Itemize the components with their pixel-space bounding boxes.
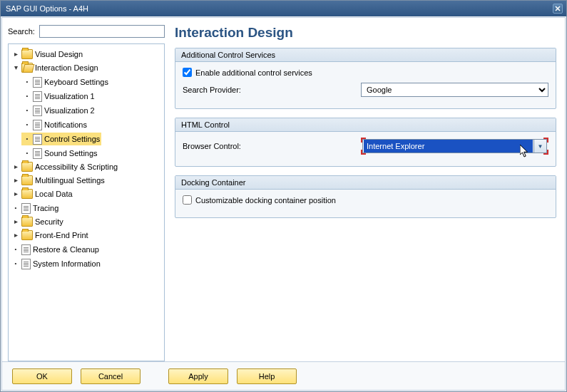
page-icon bbox=[33, 134, 42, 145]
tree-item-label: Multilingual Settings bbox=[34, 174, 105, 187]
bullet-icon: • bbox=[23, 76, 31, 88]
tree-item[interactable]: •Sound Settings bbox=[21, 147, 99, 160]
page-icon bbox=[33, 148, 42, 159]
tree-item[interactable]: ▸Local Data bbox=[10, 187, 74, 200]
left-column: Search: ▸Visual Design▾Interaction Desig… bbox=[2, 18, 169, 361]
tree-item[interactable]: •Visualization 1 bbox=[21, 90, 96, 103]
search-row: Search: bbox=[8, 25, 165, 38]
tree-item-label: Front-End Print bbox=[34, 229, 88, 242]
tree-item[interactable]: ▸Accessibility & Scripting bbox=[10, 160, 119, 173]
tree-item[interactable]: ▾Interaction Design bbox=[10, 61, 100, 74]
folder-closed-icon bbox=[21, 162, 33, 172]
tree-item-label: Tracing bbox=[32, 202, 58, 215]
tree-item-label: System Information bbox=[32, 257, 101, 270]
group-title-dock: Docking Container bbox=[175, 176, 556, 190]
page-icon bbox=[21, 203, 31, 214]
search-input[interactable] bbox=[39, 25, 165, 38]
search-label: Search: bbox=[8, 27, 35, 36]
browser-control-label: Browser Control: bbox=[183, 142, 361, 150]
page-icon bbox=[21, 244, 31, 255]
expand-icon[interactable]: ▸ bbox=[11, 48, 20, 61]
bullet-icon: • bbox=[23, 147, 31, 160]
tree-item[interactable]: •System Information bbox=[10, 257, 102, 270]
group-additional-control-services: Additional Control Services Enable addit… bbox=[175, 48, 556, 109]
expand-icon[interactable]: ▸ bbox=[11, 160, 20, 173]
tree-item-label: Visualization 1 bbox=[44, 90, 95, 103]
tree-item[interactable]: ▸Front-End Print bbox=[10, 229, 90, 242]
tree-item-label: Notifications bbox=[44, 118, 87, 131]
tree-item[interactable]: •Notifications bbox=[21, 118, 88, 131]
page-title: Interaction Design bbox=[175, 25, 556, 41]
tree-item[interactable]: •Control Settings bbox=[21, 133, 101, 145]
bullet-icon: • bbox=[11, 243, 20, 256]
tree-item-label: Local Data bbox=[34, 187, 73, 200]
page-icon bbox=[33, 105, 42, 116]
group-title-acs: Additional Control Services bbox=[175, 48, 556, 62]
bullet-icon: • bbox=[23, 104, 31, 117]
tree-item-label: Visualization 2 bbox=[44, 104, 95, 117]
apply-button[interactable]: Apply bbox=[168, 368, 228, 384]
tree-item[interactable]: •Restore & Cleanup bbox=[10, 243, 101, 256]
enable-acs-label[interactable]: Enable additional control services bbox=[195, 68, 312, 77]
expand-icon[interactable]: ▸ bbox=[11, 174, 20, 187]
page-icon bbox=[33, 120, 42, 130]
ok-button[interactable]: OK bbox=[12, 368, 72, 384]
help-button[interactable]: Help bbox=[237, 368, 297, 384]
tree-item-label: Keyboard Settings bbox=[44, 76, 108, 88]
collapse-icon[interactable]: ▾ bbox=[11, 61, 20, 74]
folder-closed-icon bbox=[21, 230, 33, 240]
tree-item-label: Security bbox=[34, 215, 63, 228]
window-title: SAP GUI Options - A4H bbox=[4, 4, 553, 13]
folder-closed-icon bbox=[21, 175, 33, 185]
folder-closed-icon bbox=[21, 189, 33, 199]
tree-item[interactable]: ▸Multilingual Settings bbox=[10, 174, 106, 187]
bullet-icon: • bbox=[23, 133, 31, 145]
tree-item-label: Accessibility & Scripting bbox=[34, 160, 118, 173]
group-title-html: HTML Control bbox=[175, 118, 556, 132]
enable-acs-checkbox[interactable] bbox=[183, 68, 192, 77]
tree-item[interactable]: •Keyboard Settings bbox=[21, 76, 110, 88]
titlebar: SAP GUI Options - A4H bbox=[1, 1, 566, 16]
bullet-icon: • bbox=[11, 202, 20, 215]
button-bar: OK Cancel Apply Help bbox=[2, 361, 565, 390]
browser-control-select-wrap: Internet Explorer ▼ bbox=[361, 138, 548, 155]
search-provider-select[interactable]: Google bbox=[361, 83, 548, 97]
expand-icon[interactable]: ▸ bbox=[11, 229, 20, 242]
tree-item[interactable]: ▸Security bbox=[10, 215, 65, 228]
expand-icon[interactable]: ▸ bbox=[11, 187, 20, 200]
tree-item-label: Interaction Design bbox=[34, 61, 98, 74]
group-docking-container: Docking Container Customizable docking c… bbox=[175, 175, 556, 218]
page-icon bbox=[33, 77, 42, 88]
tree-item[interactable]: ▸Visual Design bbox=[10, 48, 84, 61]
content-area: Search: ▸Visual Design▾Interaction Desig… bbox=[1, 17, 566, 391]
settings-panel: Interaction Design Additional Control Se… bbox=[169, 18, 565, 361]
customizable-docking-label[interactable]: Customizable docking container position bbox=[195, 196, 336, 205]
bullet-icon: • bbox=[23, 118, 31, 131]
expand-icon[interactable]: ▸ bbox=[11, 215, 20, 228]
tree-item-label: Visual Design bbox=[34, 48, 83, 61]
tree-item-label: Restore & Cleanup bbox=[32, 243, 99, 256]
cancel-button[interactable]: Cancel bbox=[81, 368, 141, 384]
page-icon bbox=[21, 259, 31, 269]
folder-closed-icon bbox=[21, 217, 33, 227]
tree-item-label: Sound Settings bbox=[44, 147, 98, 160]
tree-item-label: Control Settings bbox=[44, 133, 100, 145]
folder-closed-icon bbox=[21, 49, 33, 59]
search-provider-label: Search Provider: bbox=[183, 86, 361, 94]
tree-item[interactable]: •Visualization 2 bbox=[21, 104, 96, 117]
nav-tree[interactable]: ▸Visual Design▾Interaction Design•Keyboa… bbox=[8, 43, 165, 361]
tree-item[interactable]: •Tracing bbox=[10, 202, 60, 215]
page-icon bbox=[33, 91, 42, 102]
browser-control-select[interactable]: Internet Explorer ▼ bbox=[362, 139, 547, 153]
browser-control-value: Internet Explorer bbox=[364, 140, 533, 153]
bullet-icon: • bbox=[11, 257, 20, 270]
close-button[interactable] bbox=[553, 4, 563, 14]
bullet-icon: • bbox=[23, 90, 31, 103]
group-html-control: HTML Control Browser Control: Internet E… bbox=[175, 118, 556, 167]
folder-open-icon bbox=[21, 63, 33, 73]
customizable-docking-checkbox[interactable] bbox=[183, 195, 192, 205]
options-dialog: SAP GUI Options - A4H Search: ▸Visual De… bbox=[0, 0, 567, 392]
